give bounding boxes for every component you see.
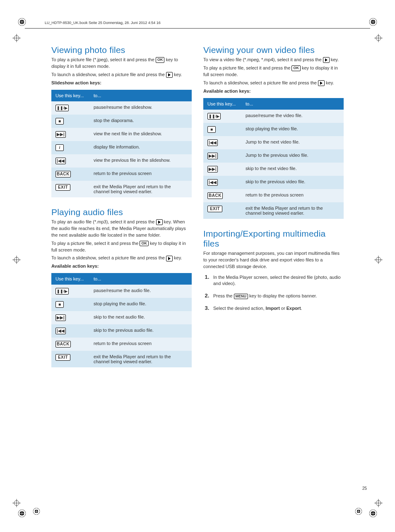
skip-prev-key-icon: |◀◀ [55,158,66,164]
list-item: In the Media Player screen, select the d… [211,273,344,288]
action-cell: skip to the previous video file. [241,176,344,189]
pause-play-key-icon: ❚❚/▶ [55,105,69,111]
action-cell: stop playing the video file. [241,123,344,136]
fast-forward-key-icon: ▶▶| [207,153,218,159]
section-import-export: Importing/Exporting multimedia files For… [203,229,344,312]
table-row: ▶▶|Jump to the previous video file. [203,149,344,163]
registration-mark-icon [354,507,363,515]
body-text: To view a video file (*.mpeg, *.mp4), se… [203,57,344,63]
table-row: EXITexit the Media Player and return to … [203,202,344,219]
crop-mark-icon [12,256,21,264]
key-cell: ▶▶| [51,128,89,141]
th-action: to... [241,98,344,110]
key-cell: ▶▶| [51,311,89,324]
action-cell: display file information. [89,141,192,154]
body-text: Available action keys: [203,88,344,95]
key-cell: ❚❚/▶ [51,285,89,298]
info-key-icon: i [55,144,64,151]
skip-next-key-icon: ▶▶| [55,314,66,321]
key-cell: EXIT [51,181,89,197]
crop-mark-icon [374,256,383,264]
crop-mark-icon [12,34,21,42]
section-viewing-photo: Viewing photo files To play a picture fi… [51,45,192,197]
section-playing-audio: Playing audio files To play an audio fil… [51,207,192,368]
registration-mark-icon [369,17,378,26]
stop-key-icon: ■ [55,301,64,308]
body-text: To play a picture file, select it and pr… [203,65,344,78]
body-text: To play an audio file (*.mp3), select it… [51,219,192,239]
crop-mark-icon [374,499,383,507]
table-row: ▶▶|view the next file in the slideshow. [51,128,192,141]
heading-viewing-photo: Viewing photo files [51,45,192,55]
key-cell: |◀◀ [51,154,89,168]
key-cell: ❚❚/▶ [51,101,89,115]
skip-next-key-icon: ▶▶| [55,131,66,138]
th-key: Use this key... [203,98,241,110]
left-column: Viewing photo files To play a picture fi… [51,45,192,377]
table-row: ❚❚/▶pause/resume the slideshow. [51,101,192,115]
right-column: Viewing your own video files To view a v… [203,45,344,377]
list-item: Press the MENU key to display the option… [211,292,344,300]
video-keys-table: Use this key...to... ❚❚/▶pause/resume th… [203,98,344,219]
exit-key-icon: EXIT [55,184,70,191]
table-row: ■stop playing the audio file. [51,298,192,311]
key-cell: ■ [51,115,89,128]
crop-mark-icon [12,499,21,507]
body-text: Slideshow action keys: [51,80,192,86]
th-key: Use this key... [51,273,89,285]
play-key-icon [318,80,325,86]
key-cell: ❚❚/▶ [203,110,241,123]
action-cell: Jump to the previous video file. [241,149,344,163]
action-cell: skip to the next audio file. [89,311,192,324]
action-cell: pause/resume the slideshow. [89,101,192,115]
audio-keys-table: Use this key...to... ❚❚/▶pause/resume th… [51,273,192,367]
skip-next-key-icon: ▶▶| [207,166,218,173]
action-cell: skip to the next video file. [241,163,344,176]
back-key-icon: BACK [207,192,223,199]
table-row: ▶▶|skip to the next video file. [203,163,344,176]
action-cell: skip to the previous audio file. [89,324,192,338]
action-cell: exit the Media Player and return to the … [89,181,192,197]
header-rule [25,28,370,29]
key-cell: i [51,141,89,154]
table-row: BACKreturn to the previous screen [51,338,192,351]
body-text: For storage management purposes, you can… [203,250,344,270]
table-row: ❚❚/▶pause/resume the video file. [203,110,344,123]
play-key-icon [323,57,330,63]
table-row: |◀◀view the previous file in the slidesh… [51,154,192,168]
pause-play-key-icon: ❚❚/▶ [207,113,221,120]
heading-playing-audio: Playing audio files [51,207,192,217]
body-text: To play a picture file (*.jpeg), select … [51,57,192,70]
registration-mark-icon [369,509,378,518]
action-cell: pause/resume the video file. [241,110,344,123]
action-cell: view the next file in the slideshow. [89,128,192,141]
exit-key-icon: EXIT [55,354,70,361]
table-row: idisplay file information. [51,141,192,154]
table-row: |◀◀skip to the previous video file. [203,176,344,189]
back-key-icon: BACK [55,171,71,177]
skip-prev-key-icon: |◀◀ [55,328,66,334]
play-key-icon [166,72,173,78]
list-item: Select the desired action, Import or Exp… [211,304,344,312]
registration-mark-icon [17,17,26,26]
key-cell: ▶▶| [203,149,241,163]
ok-key-icon: OK [291,65,301,71]
action-cell: Jump to the next video file. [241,136,344,149]
key-cell: BACK [51,168,89,181]
table-row: ❚❚/▶pause/resume the audio file. [51,285,192,298]
action-cell: stop the diaporama. [89,115,192,128]
skip-prev-key-icon: |◀◀ [207,179,218,186]
page-number: 25 [362,486,367,491]
ok-key-icon: OK [140,241,149,246]
action-cell: exit the Media Player and return to the … [241,202,344,219]
body-text: To launch a slideshow, select a picture … [51,255,192,261]
table-row: BACKreturn to the previous screen [51,168,192,181]
ok-key-icon: OK [156,57,165,62]
action-cell: pause/resume the audio file. [89,285,192,298]
registration-mark-icon [17,509,26,518]
stop-key-icon: ■ [207,126,216,133]
key-cell: EXIT [203,202,241,219]
th-action: to... [89,90,192,101]
heading-viewing-video: Viewing your own video files [203,45,344,55]
steps-list: In the Media Player screen, select the d… [203,273,344,312]
